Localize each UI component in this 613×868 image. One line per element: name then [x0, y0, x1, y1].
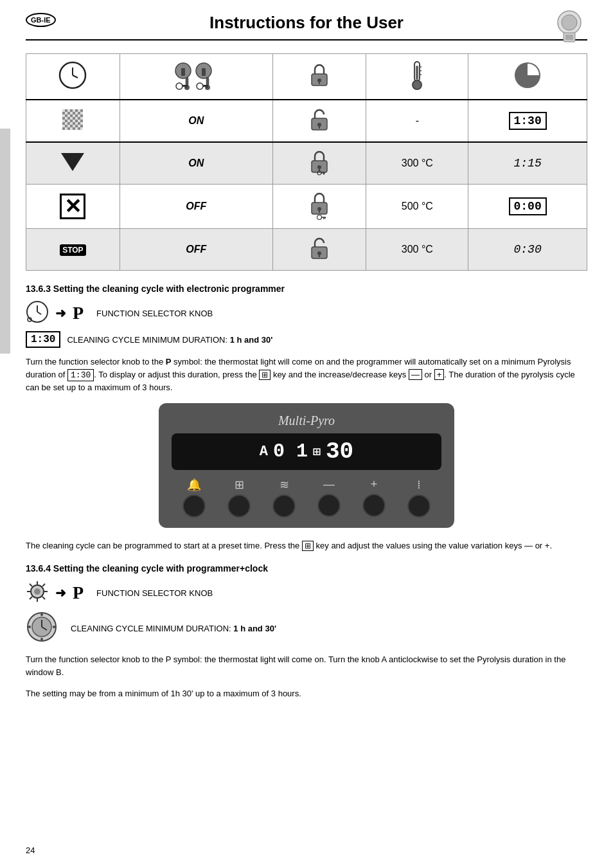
- svg-rect-13: [206, 77, 209, 86]
- panel-btn-plus: +: [362, 478, 386, 517]
- page-number: 24: [26, 845, 35, 855]
- table-row-2-col3: [272, 142, 366, 185]
- table-row-1-col1: [26, 100, 120, 142]
- panel-title: Multi-Pyro: [172, 413, 441, 428]
- panel-btn-dial: ⁞: [407, 478, 431, 518]
- page-title: Instructions for the User: [209, 13, 404, 33]
- section-364-body2: The setting may be from a minimum of 1h …: [26, 687, 587, 700]
- table-row-2-col4: 300 °C: [366, 142, 468, 185]
- table-row-2-col2: ON: [120, 142, 272, 185]
- section-364-title: 13.6.4 Setting the cleaning cycle with p…: [26, 563, 587, 574]
- table-row-4-col4: 300 °C: [366, 229, 468, 271]
- table-row-1-col3: [272, 100, 366, 142]
- section-363: 13.6.3 Setting the cleaning cycle with e…: [26, 284, 587, 552]
- table-row-4-col2: OFF: [120, 229, 272, 271]
- function-selector-row: ➜ P FUNCTION SELECTOR KNOB: [26, 300, 587, 326]
- svg-rect-3: [565, 35, 573, 40]
- svg-point-22: [317, 78, 321, 82]
- svg-line-6: [73, 75, 78, 78]
- table-row-4-col3: [272, 229, 366, 271]
- table-row-3-col1: ✕: [26, 185, 120, 229]
- svg-point-35: [317, 165, 321, 169]
- section-364-duration-row: CLEANING CYCLE MINIMUM DURATION: 1 h and…: [26, 611, 587, 646]
- svg-point-48: [317, 251, 321, 255]
- p-symbol: P: [73, 303, 84, 323]
- svg-point-70: [28, 626, 31, 628]
- duration-label: CLEANING CYCLE MINIMUM DURATION: 1 h and…: [67, 335, 272, 345]
- p-symbol-2: P: [73, 583, 84, 603]
- svg-rect-17: [186, 85, 187, 88]
- function-table: ON - 1:30 ON: [26, 53, 587, 271]
- table-row-4-col5: 0:30: [468, 229, 587, 271]
- svg-point-69: [40, 638, 43, 640]
- table-header-lock: [272, 54, 366, 100]
- panel-btn-bell: 🔔: [182, 478, 206, 518]
- section-363-title: 13.6.3 Setting the cleaning cycle with e…: [26, 284, 587, 294]
- table-row-2-col5: 1:15: [468, 142, 587, 185]
- svg-line-52: [37, 312, 41, 314]
- table-header-timer: [468, 54, 587, 100]
- svg-rect-9: [186, 77, 188, 86]
- table-row-1-col2: ON: [120, 100, 272, 142]
- section-363-body1: Turn the function selector knob to the P…: [26, 356, 587, 394]
- page-header: GB-IE Instructions for the User: [26, 13, 587, 41]
- panel-buttons: 🔔 ⊞ ≋ — +: [172, 478, 441, 518]
- sidebar-bar: [0, 129, 10, 354]
- svg-point-43: [317, 215, 322, 220]
- svg-point-55: [34, 588, 40, 595]
- panel-btn-minus: —: [317, 478, 341, 517]
- svg-point-68: [40, 613, 43, 616]
- section-364-function-row: ➜ P FUNCTION SELECTOR KNOB: [26, 580, 587, 606]
- timer-clock-icon: [26, 300, 49, 326]
- svg-line-60: [30, 584, 32, 586]
- oven-icon: [552, 10, 587, 48]
- control-panel: Multi-Pyro A 0 1 ⊞ 30 🔔 ⊞ ≋: [159, 403, 454, 528]
- table-header-thermometer: [366, 54, 468, 100]
- duration-row: 1:30 CLEANING CYCLE MINIMUM DURATION: 1 …: [26, 331, 587, 348]
- arrow-right-icon-2: ➜: [55, 585, 66, 601]
- svg-rect-20: [206, 85, 208, 88]
- svg-line-63: [30, 597, 32, 599]
- grid-icon-panel: ⊞: [235, 478, 244, 492]
- svg-point-41: [317, 207, 321, 211]
- gb-ie-badge: GB-IE: [26, 13, 56, 27]
- table-row-3-col2: OFF: [120, 185, 272, 229]
- programmer-icon: [26, 580, 49, 606]
- table-row-2-col1: [26, 142, 120, 185]
- svg-point-71: [53, 626, 55, 628]
- waves-icon: ≋: [280, 478, 289, 492]
- section-364: 13.6.4 Setting the cleaning cycle with p…: [26, 563, 587, 700]
- section-364-duration-label: CLEANING CYCLE MINIMUM DURATION: 1 h and…: [71, 624, 276, 633]
- table-row-3-col5: 0:00: [468, 185, 587, 229]
- function-label-2: FUNCTION SELECTOR KNOB: [96, 588, 213, 598]
- dial-icon: ⁞: [417, 478, 421, 492]
- table-row-4-col1: STOP: [26, 229, 120, 271]
- svg-point-1: [562, 15, 577, 30]
- section-363-body2: The cleaning cycle can be programmed to …: [26, 539, 587, 552]
- duration-display: 1:30: [26, 331, 60, 348]
- clock-knob-icon: [26, 611, 58, 646]
- table-row-3-col3: [272, 185, 366, 229]
- svg-point-26: [413, 80, 422, 89]
- svg-line-62: [42, 584, 45, 586]
- svg-point-32: [317, 123, 321, 127]
- svg-rect-25: [416, 66, 418, 80]
- section-364-body1: Turn the function selector knob to the P…: [26, 653, 587, 678]
- panel-display: A 0 1 ⊞ 30: [172, 433, 441, 470]
- arrow-right-icon: ➜: [55, 305, 66, 321]
- panel-btn-waves: ≋: [272, 478, 296, 518]
- table-header-clock: [26, 54, 120, 100]
- table-row-3-col4: 500 °C: [366, 185, 468, 229]
- svg-rect-12: [202, 68, 206, 76]
- plus-icon: +: [371, 478, 378, 491]
- svg-point-18: [197, 83, 203, 89]
- svg-rect-8: [181, 68, 185, 76]
- function-label: FUNCTION SELECTOR KNOB: [96, 309, 213, 318]
- panel-btn-grid: ⊞: [227, 478, 251, 518]
- table-row-1-col4: -: [366, 100, 468, 142]
- minus-icon: —: [323, 478, 335, 491]
- table-row-1-col5: 1:30: [468, 100, 587, 142]
- svg-line-61: [42, 597, 45, 599]
- bell-icon: 🔔: [187, 478, 201, 492]
- table-header-dual-knob: [120, 54, 272, 100]
